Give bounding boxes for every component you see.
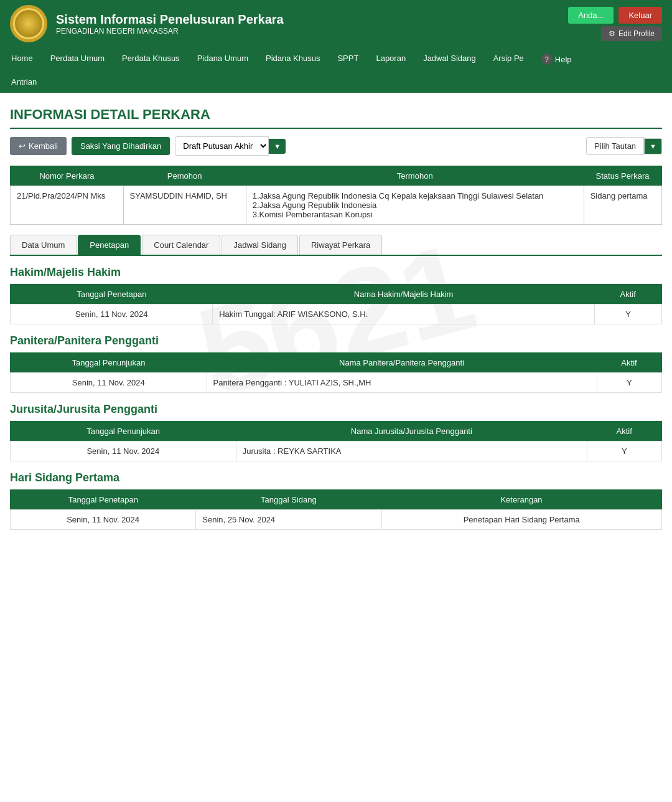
edit-profile-label: Edit Profile <box>618 29 655 38</box>
panitera-tanggal: Senin, 11 Nov. 2024 <box>11 373 207 393</box>
sidang-col-keterangan: Keterangan <box>381 490 662 510</box>
jurusita-tanggal: Senin, 11 Nov. 2024 <box>11 441 236 461</box>
hakim-section-title: Hakim/Majelis Hakim <box>10 266 662 279</box>
back-icon: ↩ <box>19 141 26 151</box>
jurusita-col-nama: Nama Jurusita/Jurusita Pengganti <box>236 422 587 441</box>
col-pemohon: Pemohon <box>123 166 246 186</box>
nav-perdata-umum[interactable]: Perdata Umum <box>42 47 113 71</box>
draft-dropdown: Draft Putusan Akhir ▼ <box>175 136 286 156</box>
panitera-nama: Panitera Pengganti : YULIATI AZIS, SH.,M… <box>207 373 597 393</box>
jurusita-nama: Jurusita : REYKA SARTIKA <box>236 441 587 461</box>
main-content: 5621 INFORMASI DETAIL PERKARA ↩ Kembali … <box>0 93 672 546</box>
hakim-row: Senin, 11 Nov. 2024 Hakim Tunggal: ARIF … <box>11 304 662 324</box>
hakim-tanggal: Senin, 11 Nov. 2024 <box>11 304 213 324</box>
edit-profile-button[interactable]: ⚙ Edit Profile <box>601 26 662 41</box>
panitera-section-title: Panitera/Panitera Pengganti <box>10 334 662 347</box>
toolbar: ↩ Kembali Saksi Yang Dihadirkan Draft Pu… <box>10 136 662 156</box>
nav-jadwal-sidang[interactable]: Jadwal Sidang <box>414 47 485 71</box>
hakim-col-nama: Nama Hakim/Majelis Hakim <box>213 285 595 304</box>
cell-status: Sidang pertama <box>584 186 661 225</box>
nav-arsip[interactable]: Arsip Pe <box>485 47 533 71</box>
site-header: Sistem Informasi Penelusuran Perkara PEN… <box>0 0 672 47</box>
tab-riwayat-perkara[interactable]: Riwayat Perkara <box>299 235 382 255</box>
case-info-table: Nomor Perkara Pemohon Termohon Status Pe… <box>10 166 662 225</box>
keluar-button[interactable]: Keluar <box>618 7 662 24</box>
hakim-table: Tanggal Penetapan Nama Hakim/Majelis Hak… <box>10 284 662 324</box>
hakim-aktif: Y <box>594 304 661 324</box>
header-right: Anda... Keluar ⚙ Edit Profile <box>568 7 662 41</box>
jurusita-table: Tanggal Penunjukan Nama Jurusita/Jurusit… <box>10 421 662 461</box>
case-row: 21/Pid.Pra/2024/PN Mks SYAMSUDDIN HAMID,… <box>11 186 662 225</box>
panitera-row: Senin, 11 Nov. 2024 Panitera Pengganti :… <box>11 373 662 393</box>
detail-tabs: Data Umum Penetapan Court Calendar Jadwa… <box>10 235 662 256</box>
panitera-aktif: Y <box>597 373 661 393</box>
nav-help[interactable]: ? Help <box>533 47 581 71</box>
page-title: INFORMASI DETAIL PERKARA <box>10 99 662 129</box>
back-button[interactable]: ↩ Kembali <box>10 137 67 155</box>
tab-data-umum[interactable]: Data Umum <box>10 235 77 255</box>
site-logo <box>10 5 47 42</box>
hari-sidang-section-title: Hari Sidang Pertama <box>10 471 662 484</box>
sidang-col-tanggal-penetapan: Tanggal Penetapan <box>11 490 196 510</box>
help-icon: ? <box>541 54 553 65</box>
jurusita-row: Senin, 11 Nov. 2024 Jurusita : REYKA SAR… <box>11 441 662 461</box>
sidang-keterangan: Penetapan Hari Sidang Pertama <box>381 510 662 530</box>
nav-perdata-khusus[interactable]: Perdata Khusus <box>113 47 189 71</box>
back-label: Kembali <box>29 141 58 151</box>
sidang-tanggal-penetapan: Senin, 11 Nov. 2024 <box>11 510 196 530</box>
jurusita-aktif: Y <box>587 441 661 461</box>
cell-nomor: 21/Pid.Pra/2024/PN Mks <box>11 186 124 225</box>
nav-home[interactable]: Home <box>2 47 42 71</box>
sidang-row: Senin, 11 Nov. 2024 Senin, 25 Nov. 2024 … <box>11 510 662 530</box>
sidang-tanggal-sidang: Senin, 25 Nov. 2024 <box>196 510 381 530</box>
pilih-tautan-label: Pilih Tautan <box>586 137 644 155</box>
panitera-col-nama: Nama Panitera/Panitera Pengganti <box>207 353 597 373</box>
draft-arrow-icon[interactable]: ▼ <box>269 139 286 154</box>
nav-pidana-umum[interactable]: Pidana Umum <box>189 47 257 71</box>
cell-termohon: 1.Jaksa Agung Republik Indonesia Cq Kepa… <box>246 186 584 225</box>
gear-icon: ⚙ <box>609 29 615 38</box>
tab-jadwal-sidang[interactable]: Jadwal Sidang <box>222 235 298 255</box>
col-status-perkara: Status Perkara <box>584 166 661 186</box>
jurusita-col-tanggal: Tanggal Penunjukan <box>11 422 236 441</box>
cell-pemohon: SYAMSUDDIN HAMID, SH <box>123 186 246 225</box>
panitera-col-tanggal: Tanggal Penunjukan <box>11 353 207 373</box>
site-subtitle: PENGADILAN NEGERI MAKASSAR <box>56 27 568 35</box>
jurusita-col-aktif: Aktif <box>587 422 661 441</box>
main-navbar: Home Perdata Umum Perdata Khusus Pidana … <box>0 47 672 93</box>
site-title: Sistem Informasi Penelusuran Perkara <box>56 12 568 27</box>
draft-select[interactable]: Draft Putusan Akhir <box>175 136 269 156</box>
nav-pidana-khusus[interactable]: Pidana Khusus <box>257 47 329 71</box>
user-display: Anda... <box>568 7 614 24</box>
jurusita-section-title: Jurusita/Jurusita Pengganti <box>10 403 662 416</box>
col-nomor-perkara: Nomor Perkara <box>11 166 124 186</box>
nav-sppt[interactable]: SPPT <box>329 47 367 71</box>
nav-laporan[interactable]: Laporan <box>367 47 414 71</box>
hakim-col-tanggal: Tanggal Penetapan <box>11 285 213 304</box>
tab-court-calendar[interactable]: Court Calendar <box>142 235 220 255</box>
help-label: Help <box>555 55 572 64</box>
hakim-col-aktif: Aktif <box>594 285 661 304</box>
col-termohon: Termohon <box>246 166 584 186</box>
tab-penetapan[interactable]: Penetapan <box>78 235 141 255</box>
panitera-table: Tanggal Penunjukan Nama Panitera/Paniter… <box>10 352 662 393</box>
hari-sidang-table: Tanggal Penetapan Tanggal Sidang Keteran… <box>10 489 662 530</box>
sidang-col-tanggal-sidang: Tanggal Sidang <box>196 490 381 510</box>
header-title-block: Sistem Informasi Penelusuran Perkara PEN… <box>56 12 568 35</box>
panitera-col-aktif: Aktif <box>597 353 661 373</box>
hakim-nama: Hakim Tunggal: ARIF WISAKSONO, S.H. <box>213 304 595 324</box>
saksi-button[interactable]: Saksi Yang Dihadirkan <box>72 137 170 155</box>
nav-antrian[interactable]: Antrian <box>2 71 670 93</box>
pilih-tautan-arrow-icon[interactable]: ▼ <box>644 138 662 154</box>
pilih-tautan-dropdown: Pilih Tautan ▼ <box>586 137 662 155</box>
